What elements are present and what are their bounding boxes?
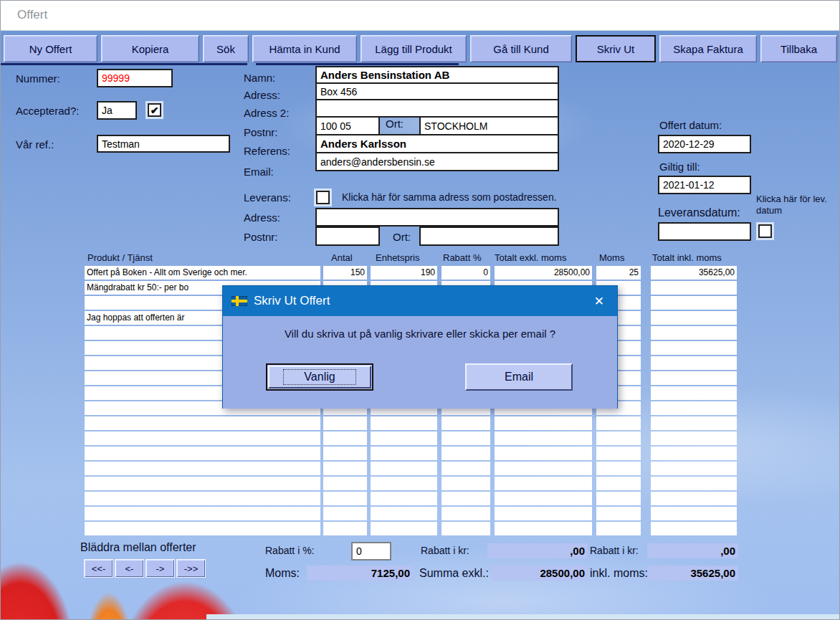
table-cell[interactable] — [651, 416, 737, 430]
ga-till-kund-button[interactable]: Gå till Kund — [470, 35, 572, 62]
skriv-ut-button[interactable]: Skriv Ut — [576, 35, 656, 62]
table-cell[interactable] — [651, 477, 737, 490]
table-cell[interactable]: 150 — [323, 266, 367, 280]
table-cell[interactable] — [651, 371, 737, 385]
table-cell[interactable] — [371, 431, 437, 445]
table-cell[interactable] — [323, 492, 367, 505]
ort-field[interactable] — [419, 116, 559, 135]
table-cell[interactable] — [495, 477, 592, 490]
table-cell[interactable] — [323, 477, 367, 490]
table-cell[interactable] — [323, 462, 367, 475]
table-cell[interactable] — [651, 386, 737, 400]
hamta-in-kund-button[interactable]: Hämta in Kund — [252, 35, 357, 62]
table-cell[interactable] — [85, 447, 320, 460]
tillbaka-button[interactable]: Tillbaka — [760, 35, 837, 62]
table-cell[interactable] — [323, 447, 367, 460]
vanlig-button[interactable]: Vanlig — [266, 363, 373, 391]
next-offer-button[interactable]: -> — [146, 560, 174, 577]
table-cell[interactable] — [85, 492, 320, 505]
table-cell[interactable] — [85, 477, 320, 490]
table-cell[interactable] — [85, 462, 320, 475]
table-cell[interactable]: Offert på Boken - Allt om Sverige och me… — [85, 266, 320, 280]
table-cell[interactable] — [85, 416, 320, 430]
table-cell[interactable] — [323, 431, 367, 445]
table-cell[interactable] — [596, 416, 641, 430]
ny-offert-button[interactable]: Ny Offert — [4, 35, 97, 62]
table-cell[interactable] — [495, 507, 592, 520]
table-cell[interactable] — [651, 341, 737, 355]
table-cell[interactable] — [651, 462, 737, 475]
leverans-adress-field[interactable] — [315, 208, 559, 226]
table-cell[interactable] — [651, 281, 737, 295]
leverans-postnr-field[interactable] — [315, 226, 380, 246]
lev-datum-checkbox[interactable] — [758, 224, 772, 238]
accepterad-checkbox[interactable]: ✔ — [148, 103, 161, 117]
table-cell[interactable] — [651, 507, 737, 520]
table-cell[interactable] — [651, 522, 737, 535]
table-cell[interactable]: 190 — [371, 266, 437, 280]
kopiera-button[interactable]: Kopiera — [101, 35, 199, 62]
accepterad-field[interactable] — [97, 101, 137, 120]
table-cell[interactable] — [596, 522, 641, 535]
table-cell[interactable] — [371, 522, 437, 535]
first-offer-button[interactable]: <<- — [85, 560, 113, 577]
lagg-till-produkt-button[interactable]: Lägg till Produkt — [361, 35, 467, 62]
table-cell[interactable] — [596, 507, 641, 520]
email-button[interactable]: Email — [465, 363, 573, 391]
table-cell[interactable] — [651, 401, 737, 415]
table-cell[interactable] — [442, 507, 490, 520]
table-cell[interactable] — [442, 522, 490, 535]
last-offer-button[interactable]: ->> — [177, 560, 205, 577]
table-cell[interactable]: 0 — [442, 266, 490, 280]
table-cell[interactable] — [371, 492, 437, 505]
table-cell[interactable] — [651, 311, 737, 325]
table-cell[interactable] — [596, 431, 641, 445]
table-cell[interactable] — [323, 522, 367, 535]
table-cell[interactable]: 28500,00 — [495, 266, 592, 280]
table-cell[interactable] — [442, 492, 490, 505]
table-cell[interactable] — [495, 462, 592, 475]
table-cell[interactable]: 35625,00 — [651, 266, 737, 280]
table-cell[interactable] — [442, 416, 490, 430]
sok-button[interactable]: Sök — [203, 35, 249, 62]
table-cell[interactable] — [323, 416, 367, 430]
table-cell[interactable] — [651, 326, 737, 340]
var-ref-field[interactable] — [97, 135, 230, 153]
namn-field[interactable] — [315, 66, 559, 84]
table-cell[interactable] — [85, 522, 320, 535]
table-cell[interactable] — [651, 447, 737, 460]
table-cell[interactable] — [651, 356, 737, 370]
table-cell[interactable] — [596, 462, 641, 475]
skapa-faktura-button[interactable]: Skapa Faktura — [659, 35, 757, 62]
table-cell[interactable] — [85, 507, 320, 520]
table-cell[interactable]: 25 — [596, 266, 641, 280]
previous-offer-button[interactable]: <- — [115, 560, 143, 577]
table-cell[interactable] — [371, 447, 437, 460]
dialog-titlebar[interactable]: Skriv Ut Offert ✕ — [223, 286, 617, 316]
email-field[interactable] — [315, 152, 559, 171]
adress-field[interactable] — [315, 82, 559, 100]
table-cell[interactable] — [442, 462, 490, 475]
table-cell[interactable] — [442, 447, 490, 460]
nummer-field[interactable] — [97, 69, 173, 87]
rabatt-pct-field[interactable] — [351, 542, 391, 561]
table-cell[interactable] — [495, 431, 592, 445]
table-cell[interactable] — [495, 416, 592, 430]
table-cell[interactable] — [495, 492, 592, 505]
table-cell[interactable] — [323, 507, 367, 520]
giltig-till-field[interactable] — [658, 176, 751, 194]
same-address-checkbox[interactable] — [316, 191, 330, 204]
table-cell[interactable] — [651, 492, 737, 505]
close-icon[interactable]: ✕ — [590, 294, 608, 309]
table-cell[interactable] — [596, 447, 641, 460]
table-cell[interactable] — [495, 522, 592, 535]
table-cell[interactable] — [442, 477, 490, 490]
table-cell[interactable] — [651, 431, 737, 445]
table-cell[interactable] — [371, 462, 437, 475]
offert-datum-field[interactable] — [658, 135, 751, 153]
table-cell[interactable] — [85, 431, 320, 445]
table-cell[interactable] — [371, 507, 437, 520]
table-cell[interactable] — [442, 431, 490, 445]
postnr-field[interactable] — [315, 116, 380, 135]
leverans-ort-field[interactable] — [419, 226, 559, 246]
